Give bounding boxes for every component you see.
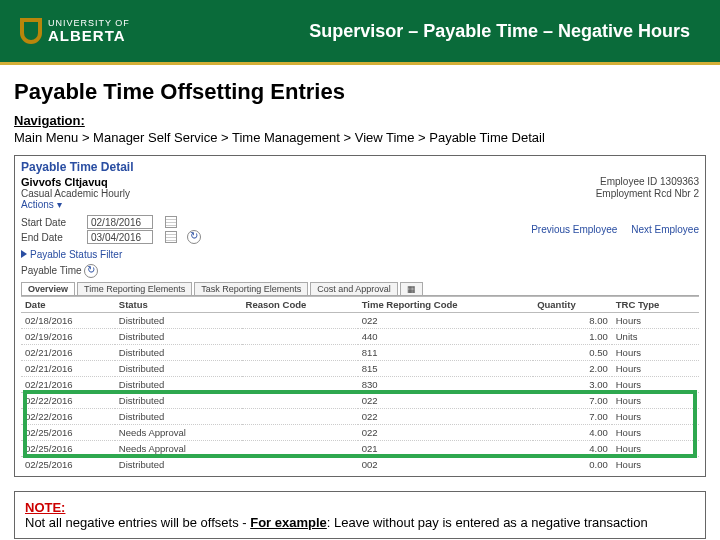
cell-type: Hours: [612, 457, 699, 473]
cell-status: Distributed: [115, 313, 242, 329]
cell-reason: [242, 409, 358, 425]
cell-status: Distributed: [115, 329, 242, 345]
job-label: Casual Academic Hourly: [21, 188, 130, 199]
note-text: Not all negative entries will be offsets…: [25, 515, 695, 530]
col-status: Status: [115, 297, 242, 313]
cell-status: Distributed: [115, 409, 242, 425]
tab-task-reporting-elements[interactable]: Task Reporting Elements: [194, 282, 308, 295]
payable-time-grid-wrap: Date Status Reason Code Time Reporting C…: [21, 296, 699, 472]
employee-id-label: Employee ID: [600, 176, 657, 187]
cell-reason: [242, 313, 358, 329]
table-row: 02/22/2016Distributed0227.00Hours: [21, 393, 699, 409]
cell-reason: [242, 457, 358, 473]
tab-bar: Overview Time Reporting Elements Task Re…: [21, 282, 699, 296]
cell-date: 02/25/2016: [21, 441, 115, 457]
cell-type: Hours: [612, 393, 699, 409]
cell-qty: 7.00: [533, 393, 612, 409]
cell-trc: 440: [358, 329, 533, 345]
table-row: 02/25/2016Needs Approval0214.00Hours: [21, 441, 699, 457]
cell-type: Hours: [612, 361, 699, 377]
cell-date: 02/21/2016: [21, 361, 115, 377]
cell-trc: 022: [358, 313, 533, 329]
note-box: NOTE: Not all negative entries will be o…: [14, 491, 706, 539]
cell-trc: 830: [358, 377, 533, 393]
col-qty: Quantity: [533, 297, 612, 313]
cell-trc: 022: [358, 409, 533, 425]
cell-type: Hours: [612, 345, 699, 361]
cell-trc: 002: [358, 457, 533, 473]
table-row: 02/21/2016Distributed8152.00Hours: [21, 361, 699, 377]
refresh-icon[interactable]: [187, 230, 201, 244]
page-title: Payable Time Offsetting Entries: [14, 79, 706, 105]
cell-date: 02/22/2016: [21, 409, 115, 425]
cell-trc: 811: [358, 345, 533, 361]
pt-detail-heading: Payable Time Detail: [21, 160, 699, 174]
cell-type: Units: [612, 329, 699, 345]
cell-date: 02/21/2016: [21, 345, 115, 361]
logo-text-bottom: ALBERTA: [48, 28, 130, 43]
employee-name: Givvofs Cltjavuq: [21, 176, 108, 188]
calendar-icon[interactable]: [165, 216, 177, 228]
rcd-label: Employment Rcd Nbr: [596, 188, 691, 199]
previous-employee-link[interactable]: Previous Employee: [531, 224, 617, 235]
cell-type: Hours: [612, 425, 699, 441]
cell-trc: 021: [358, 441, 533, 457]
col-trc-type: TRC Type: [612, 297, 699, 313]
tab-show-all-icon[interactable]: ▦: [400, 282, 423, 295]
cell-trc: 815: [358, 361, 533, 377]
cell-qty: 3.00: [533, 377, 612, 393]
cell-qty: 8.00: [533, 313, 612, 329]
cell-date: 02/21/2016: [21, 377, 115, 393]
cell-type: Hours: [612, 313, 699, 329]
cell-date: 02/25/2016: [21, 425, 115, 441]
cell-qty: 7.00: [533, 409, 612, 425]
cell-reason: [242, 345, 358, 361]
col-reason: Reason Code: [242, 297, 358, 313]
cell-reason: [242, 361, 358, 377]
cell-reason: [242, 425, 358, 441]
table-row: 02/18/2016Distributed0228.00Hours: [21, 313, 699, 329]
table-row: 02/22/2016Distributed0227.00Hours: [21, 409, 699, 425]
cell-status: Distributed: [115, 361, 242, 377]
cell-date: 02/18/2016: [21, 313, 115, 329]
cell-status: Distributed: [115, 377, 242, 393]
payable-status-filter[interactable]: Payable Status Filter: [30, 249, 122, 260]
actions-menu[interactable]: Actions ▾: [21, 199, 699, 210]
start-date-input[interactable]: 02/18/2016: [87, 215, 153, 229]
end-date-input[interactable]: 03/04/2016: [87, 230, 153, 244]
cell-date: 02/25/2016: [21, 457, 115, 473]
cell-trc: 022: [358, 393, 533, 409]
col-date: Date: [21, 297, 115, 313]
payable-time-grid: Date Status Reason Code Time Reporting C…: [21, 296, 699, 472]
cell-qty: 0.50: [533, 345, 612, 361]
cell-type: Hours: [612, 409, 699, 425]
cell-status: Needs Approval: [115, 441, 242, 457]
tab-overview[interactable]: Overview: [21, 282, 75, 295]
cell-reason: [242, 329, 358, 345]
slide-header: UNIVERSITY OF ALBERTA Supervisor – Payab…: [0, 0, 720, 62]
embedded-screenshot: Payable Time Detail Givvofs Cltjavuq Emp…: [14, 155, 706, 477]
payable-time-label: Payable Time: [21, 265, 82, 276]
end-date-label: End Date: [21, 232, 77, 243]
next-employee-link[interactable]: Next Employee: [631, 224, 699, 235]
customize-icon[interactable]: [84, 264, 98, 278]
employee-id: 1309363: [660, 176, 699, 187]
tab-time-reporting-elements[interactable]: Time Reporting Elements: [77, 282, 192, 295]
logo-crest-icon: [20, 18, 42, 44]
cell-type: Hours: [612, 441, 699, 457]
expand-icon[interactable]: [21, 250, 27, 258]
table-row: 02/25/2016Needs Approval0224.00Hours: [21, 425, 699, 441]
table-row: 02/21/2016Distributed8303.00Hours: [21, 377, 699, 393]
cell-qty: 2.00: [533, 361, 612, 377]
cell-qty: 4.00: [533, 441, 612, 457]
cell-status: Distributed: [115, 457, 242, 473]
rcd-value: 2: [693, 188, 699, 199]
note-label: NOTE:: [25, 500, 695, 515]
table-row: 02/21/2016Distributed8110.50Hours: [21, 345, 699, 361]
tab-cost-and-approval[interactable]: Cost and Approval: [310, 282, 398, 295]
cell-type: Hours: [612, 377, 699, 393]
calendar-icon[interactable]: [165, 231, 177, 243]
cell-reason: [242, 377, 358, 393]
cell-status: Distributed: [115, 393, 242, 409]
cell-date: 02/19/2016: [21, 329, 115, 345]
